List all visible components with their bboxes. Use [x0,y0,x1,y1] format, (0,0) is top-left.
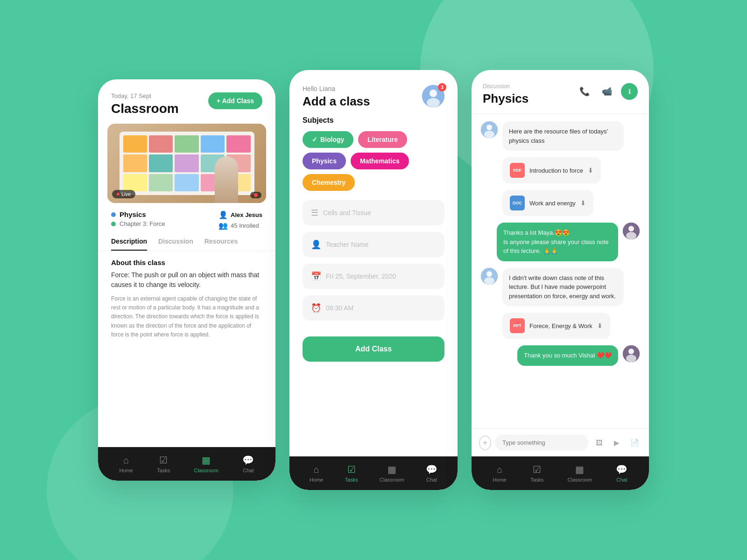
tab-discussion[interactable]: Discussion [158,238,193,251]
add-class-button[interactable]: + Add Class [208,92,262,109]
hello-text: Hello Liana [303,85,370,92]
classroom-date: Today, 17 Sept [111,92,179,99]
chat-icon: 💬 [242,455,254,466]
nav-classroom-label: Classroom [194,468,219,473]
teacher-name-label: Alex Jesus [231,211,262,218]
subject-literature[interactable]: Literature [358,131,407,148]
video-attach-icon[interactable]: ▶ [610,436,624,450]
subjects-grid: ✓ Biology Literature Physics Mathematics… [303,131,444,191]
file-bubble-doc: DOC Work and energy ⬇ [502,190,593,216]
message-3: DOC Work and energy ⬇ [481,190,640,216]
mathematics-label: Mathematics [360,157,400,165]
add-class-screen: Hello Liana Add a class 3 Subjects ✓ [289,70,458,490]
subject-physics[interactable]: Physics [303,153,346,169]
biology-check: ✓ [312,136,317,143]
sticky-2 [149,135,173,153]
class-subject: Physics [111,210,165,218]
msg-avatar-4 [623,223,640,239]
chat-input-area: + 🖼 ▶ 📄 [472,428,649,456]
nav-home[interactable]: ⌂ Home [120,455,133,473]
chat-input[interactable] [495,434,588,451]
card2-nav-classroom[interactable]: ▦ Classroom [380,464,404,483]
message-5: I didn't write down class note of this l… [481,268,640,307]
download-icon-1[interactable]: ⬇ [588,167,593,174]
discussion-title: Physics [483,91,529,106]
enrolled: 👥 45 Inrolled [218,221,262,230]
live-label: Live [121,191,131,197]
subject-mathematics[interactable]: Mathematics [351,153,409,169]
card2-nav-home[interactable]: ⌂ Home [310,464,323,483]
card1-bottom-nav: ⌂ Home ☑ Tasks ▦ Classroom 💬 Chat [98,447,275,481]
image-attach-icon[interactable]: 🖼 [592,436,606,450]
cells-input-row[interactable]: ☰ Cells and Tissue [303,200,444,225]
card2-tasks-icon: ☑ [347,464,356,475]
card3-bottom-nav: ⌂ Home ☑ Tasks ▦ Classroom 💬 Chat [472,456,649,490]
card3-nav-classroom[interactable]: ▦ Classroom [568,464,592,483]
subjects-section: Subjects ✓ Biology Literature Physics Ma… [289,116,458,200]
subject-indicator [111,212,116,217]
message-1: Here are the resource files of todays' p… [481,121,640,151]
download-icon-3[interactable]: ⬇ [597,322,603,329]
header-actions: 📞 📹 ℹ [576,83,638,100]
time-input-row[interactable]: ⏰ 09:30 AM [303,295,444,321]
phone-call-icon[interactable]: 📞 [576,83,593,100]
card2-nav-classroom-label: Classroom [380,477,404,483]
msg-bubble-1: Here are the resource files of todays' p… [502,121,624,151]
card3-nav-tasks[interactable]: ☑ Tasks [530,464,543,483]
sticky-6 [123,154,147,172]
classroom-header-left: Today, 17 Sept Classroom [111,92,179,116]
card3-nav-home[interactable]: ⌂ Home [493,464,507,483]
file-bubble-pdf: PDF Introduction to force ⬇ [502,157,601,183]
date-input-row[interactable]: 📅 Fri 25, September, 2020 [303,264,444,289]
file-attach-icon[interactable]: 📄 [627,436,641,450]
tab-resources[interactable]: Resources [204,238,238,251]
card3-nav-classroom-label: Classroom [568,477,592,483]
doc-icon: DOC [510,196,525,210]
about-text-main: Force: The push or pull on an object wit… [111,270,262,290]
class-info-right: 👤 Alex Jesus 👥 45 Inrolled [218,210,262,230]
card2-header: Hello Liana Add a class 3 [289,70,458,116]
card1-header: Today, 17 Sept Classroom + Add Class [98,79,275,124]
class-body: About this class Force: The push or pull… [98,251,275,447]
teacher-name: 👤 Alex Jesus [218,210,262,219]
svg-point-2 [427,98,440,107]
person-silhouette [215,156,238,203]
about-text-secondary: Force is an external agent capable of ch… [111,294,262,339]
msg-avatar-1 [481,121,498,138]
tab-description[interactable]: Description [111,238,147,251]
ppt-icon: PPT [510,318,525,333]
card3-nav-home-label: Home [493,477,507,483]
nav-classroom[interactable]: ▦ Classroom [194,455,219,473]
chat-input-actions: 🖼 ▶ 📄 [592,436,641,450]
card2-nav-tasks[interactable]: ☑ Tasks [345,464,358,483]
msg-avatar-7 [623,345,640,362]
nav-chat[interactable]: 💬 Chat [242,455,254,473]
message-2: PDF Introduction to force ⬇ [481,157,640,183]
nav-tasks[interactable]: ☑ Tasks [157,455,170,473]
classroom-title: Classroom [111,101,179,116]
sticky-12 [149,174,173,191]
chat-body: Here are the resource files of todays' p… [472,114,649,428]
class-chapter: Chapter 3: Force [111,220,165,227]
msg-avatar-5 [481,268,498,285]
card3-nav-chat[interactable]: 💬 Chat [616,464,627,483]
message-4: Thanks a lot Maya.😍😍Is anyone please sha… [481,223,640,261]
chat-plus-button[interactable]: + [479,435,491,450]
doc-filename: Work and energy [529,200,576,207]
teacher-input-row[interactable]: 👤 Teacher Name [303,232,444,257]
add-class-header-left: Hello Liana Add a class [303,85,370,109]
info-icon[interactable]: ℹ [621,83,638,100]
card2-nav-chat[interactable]: 💬 Chat [426,464,437,483]
subject-chemistry[interactable]: Chemestry [303,174,355,191]
subject-biology[interactable]: ✓ Biology [303,131,353,148]
add-class-title: Add a class [303,94,370,109]
download-icon-2[interactable]: ⬇ [580,199,586,207]
date-text: Fri 25, September, 2020 [326,273,396,280]
add-class-submit-button[interactable]: Add Class [303,336,444,362]
biology-label: Biology [320,136,344,143]
video-call-icon[interactable]: 📹 [599,83,615,100]
card2-home-icon: ⌂ [314,464,319,475]
record-badge [250,192,261,198]
sticky-11 [123,174,147,191]
svg-point-7 [628,226,634,231]
